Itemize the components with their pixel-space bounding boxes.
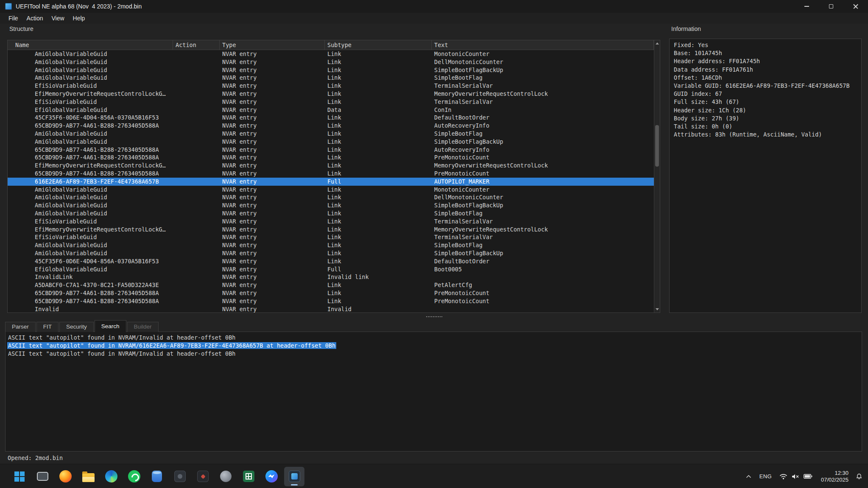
taskbar-unknown-app-1-button[interactable] (170, 467, 190, 486)
column-header-name[interactable]: Name (8, 40, 173, 50)
taskbar-excel-button[interactable] (238, 467, 259, 486)
cell: TerminalSerialVar (432, 218, 654, 226)
table-row[interactable]: AmiGlobalVariableGuidNVAR entryLinkSimpl… (8, 74, 654, 82)
table-row[interactable]: EfiSioVariableGuidNVAR entryLinkTerminal… (8, 82, 654, 90)
vertical-scrollbar[interactable] (654, 40, 660, 312)
cell (432, 305, 654, 313)
tray-status-icons[interactable] (776, 468, 816, 485)
taskbar-edge-button[interactable] (101, 467, 121, 486)
taskbar-whatsapp-button[interactable] (124, 467, 144, 486)
tab-security[interactable]: Security (59, 322, 94, 332)
menu-file[interactable]: File (4, 14, 22, 23)
cell: SimpleBootFlagBackUp (432, 138, 654, 146)
search-result[interactable]: ASCII text "autopilot" found in NVRAM/In… (6, 334, 862, 342)
table-row[interactable]: AmiGlobalVariableGuidNVAR entryLinkMonot… (8, 186, 654, 194)
table-row[interactable]: AmiGlobalVariableGuidNVAR entryLinkSimpl… (8, 66, 654, 74)
column-header-type[interactable]: Type (220, 40, 325, 50)
table-row[interactable]: InvalidNVAR entryInvalid (8, 305, 654, 313)
table-row[interactable]: AmiGlobalVariableGuidNVAR entryLinkDellM… (8, 193, 654, 201)
menu-view[interactable]: View (47, 14, 68, 23)
cell: DellMonotonicCounter (432, 58, 654, 66)
table-row[interactable]: AmiGlobalVariableGuidNVAR entryLinkSimpl… (8, 249, 654, 257)
table-row[interactable]: EfiSioVariableGuidNVAR entryLinkTerminal… (8, 233, 654, 241)
tray-overflow-button[interactable] (742, 468, 755, 485)
taskbar-messenger-button[interactable] (261, 467, 282, 486)
table-row[interactable]: EfiGlobalVariableGuidNVAR entryDataConIn (8, 106, 654, 114)
close-button[interactable] (843, 0, 868, 13)
scroll-down-button[interactable] (654, 306, 660, 312)
clock[interactable]: 12:30 07/02/2025 (821, 470, 848, 483)
minimize-button[interactable] (794, 0, 819, 13)
table-row[interactable]: AmiGlobalVariableGuidNVAR entryLinkMonot… (8, 50, 654, 58)
clock-time: 12:30 (821, 470, 848, 477)
splitter-handle[interactable] (0, 314, 868, 319)
table-row[interactable]: AmiGlobalVariableGuidNVAR entryLinkSimpl… (8, 209, 654, 218)
table-row[interactable]: EfiMemoryOverwriteRequestControlLockG…NV… (8, 226, 654, 234)
table-row[interactable]: 65CBD9D9-AB77-4A61-B288-2763405D588ANVAR… (8, 170, 654, 178)
table-row[interactable]: 65CBD9D9-AB77-4A61-B288-2763405D588ANVAR… (8, 146, 654, 154)
search-result[interactable]: ASCII text "autopilot" found in NVRAM/61… (6, 342, 862, 350)
column-header-action[interactable]: Action (173, 40, 220, 50)
table-row[interactable]: AmiGlobalVariableGuidNVAR entryLinkDellM… (8, 58, 654, 66)
taskbar-unknown-app-3-button[interactable] (215, 467, 236, 486)
titlebar[interactable]: UEFITool NE alpha 68 (Nov 4 2023) - 2mod… (0, 0, 868, 13)
cell: EfiSioVariableGuid (8, 218, 173, 226)
language-indicator[interactable]: ENG (755, 468, 776, 485)
status-text: Opened: 2mod.bin (8, 454, 63, 462)
table-row[interactable]: EfiSioVariableGuidNVAR entryLinkTerminal… (8, 218, 654, 226)
maximize-button[interactable] (819, 0, 843, 13)
cell: EfiMemoryOverwriteRequestControlLockG… (8, 162, 173, 170)
table-row[interactable]: 65CBD9D9-AB77-4A61-B288-2763405D588ANVAR… (8, 297, 654, 305)
table-row[interactable]: 616E2EA6-AF89-7EB3-F2EF-4E47368A657BNVAR… (8, 178, 654, 186)
taskbar-uefitool-button[interactable] (284, 467, 304, 486)
tab-fit[interactable]: FIT (36, 322, 59, 332)
notifications-button[interactable] (854, 468, 865, 485)
taskbar-database-app-button[interactable] (147, 467, 167, 486)
table-row[interactable]: EfiMemoryOverwriteRequestControlLockG…NV… (8, 162, 654, 170)
table-row[interactable]: AmiGlobalVariableGuidNVAR entryLinkSimpl… (8, 201, 654, 209)
table-row[interactable]: EfiMemoryOverwriteRequestControlLockG…NV… (8, 90, 654, 98)
table-row[interactable]: AmiGlobalVariableGuidNVAR entryLinkSimpl… (8, 241, 654, 249)
table-row[interactable]: EfiSioVariableGuidNVAR entryLinkTerminal… (8, 98, 654, 106)
table-row[interactable]: AmiGlobalVariableGuidNVAR entryLinkSimpl… (8, 130, 654, 138)
table-row[interactable]: InvalidLinkNVAR entryInvalid link (8, 273, 654, 281)
cell: MonotonicCounter (432, 186, 654, 194)
taskbar-file-explorer-button[interactable] (78, 467, 98, 486)
cell: AmiGlobalVariableGuid (8, 186, 173, 194)
tab-search[interactable]: Search (95, 320, 126, 332)
search-result[interactable]: ASCII text "autopilot" found in NVRAM/In… (6, 350, 862, 358)
taskbar: ENG 12:30 07/02/2025 (0, 464, 868, 488)
menu-help[interactable]: Help (69, 14, 89, 23)
taskbar-firefox-button[interactable] (55, 467, 75, 486)
cell (173, 146, 220, 154)
info-line: Tail size: 0h (0) (674, 123, 857, 131)
table-row[interactable]: 65CBD9D9-AB77-4A61-B288-2763405D588ANVAR… (8, 122, 654, 130)
desktop: UEFITool NE alpha 68 (Nov 4 2023) - 2mod… (0, 0, 868, 488)
cell: 45CF35F6-0D6E-4D04-856A-0370A5B16F53 (8, 114, 173, 122)
column-header-text[interactable]: Text (432, 40, 654, 50)
cell: NVAR entry (220, 297, 325, 305)
file-explorer-icon (82, 473, 95, 482)
table-row[interactable]: 45CF35F6-0D6E-4D04-856A-0370A5B16F53NVAR… (8, 257, 654, 265)
scroll-up-button[interactable] (654, 40, 660, 47)
column-header-subtype[interactable]: Subtype (325, 40, 432, 50)
table-row[interactable]: EfiGlobalVariableGuidNVAR entryFullBoot0… (8, 265, 654, 273)
table-row[interactable]: 45CF35F6-0D6E-4D04-856A-0370A5B16F53NVAR… (8, 114, 654, 122)
cell: NVAR entry (220, 218, 325, 226)
taskbar-task-view-button[interactable] (32, 467, 53, 486)
cell: AmiGlobalVariableGuid (8, 209, 173, 218)
cell: NVAR entry (220, 241, 325, 249)
cell: DellMonotonicCounter (432, 193, 654, 201)
table-row[interactable]: AmiGlobalVariableGuidNVAR entryLinkSimpl… (8, 138, 654, 146)
tab-parser[interactable]: Parser (5, 322, 36, 332)
menu-action[interactable]: Action (22, 14, 47, 23)
scrollbar-thumb[interactable] (655, 125, 659, 167)
taskbar-start-button[interactable] (9, 467, 30, 486)
information-panel[interactable]: Fixed: YesBase: 101A745hHeader address: … (669, 39, 862, 313)
cell: 65CBD9D9-AB77-4A61-B288-2763405D588A (8, 297, 173, 305)
taskbar-unknown-app-2-button[interactable] (193, 467, 213, 486)
table-row[interactable]: 65CBD9D9-AB77-4A61-B288-2763405D588ANVAR… (8, 289, 654, 297)
table-row[interactable]: 65CBD9D9-AB77-4A61-B288-2763405D588ANVAR… (8, 153, 654, 162)
table-row[interactable]: A5DABCF0-C7A1-4370-8C21-FA50D322A43ENVAR… (8, 281, 654, 289)
cell (173, 82, 220, 90)
